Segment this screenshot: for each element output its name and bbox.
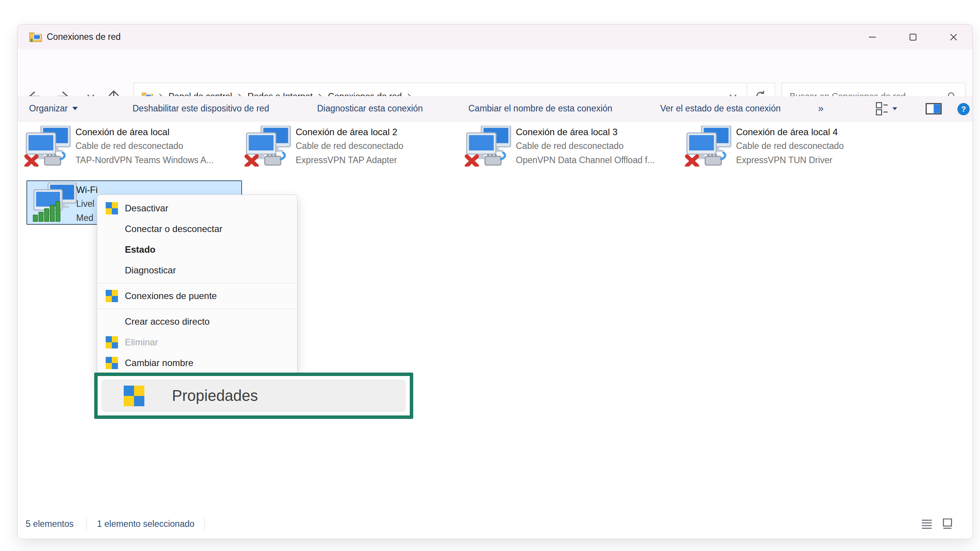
connection-status: Cable de red desconectado xyxy=(516,139,677,153)
wifi-signal-icon xyxy=(32,183,77,224)
menu-item-eliminar: Eliminar xyxy=(97,332,297,353)
minimize-button[interactable] xyxy=(858,25,887,49)
connection-status: Cable de red desconectado xyxy=(296,139,456,153)
connection-device: OpenVPN Data Channel Offload f... xyxy=(516,153,677,167)
connection-item-lan3[interactable]: Conexión de área local 3 Cable de red de… xyxy=(465,125,679,170)
menu-separator xyxy=(97,283,297,283)
network-folder-icon xyxy=(29,30,42,45)
preview-pane-button[interactable] xyxy=(925,101,942,118)
navigation-bar: Panel de control Redes e Internet Conexi… xyxy=(18,49,973,96)
menu-item-desactivar[interactable]: Desactivar xyxy=(97,198,297,219)
command-rename-connection[interactable]: Cambiar el nombre de esta conexión xyxy=(468,96,612,121)
organize-menu-button[interactable]: Organizar xyxy=(29,96,78,121)
more-commands-chevron[interactable]: » xyxy=(818,96,823,121)
menu-item-crear-acceso-directo[interactable]: Crear acceso directo xyxy=(97,311,297,332)
menu-item-conexiones-de-puente[interactable]: Conexiones de puente xyxy=(97,286,297,306)
help-button[interactable]: ? xyxy=(957,102,970,118)
menu-item-propiedades[interactable]: Propiedades xyxy=(101,379,406,412)
connection-item-lan1[interactable]: Conexión de área local Cable de red desc… xyxy=(24,125,239,170)
maximize-button[interactable] xyxy=(898,25,928,49)
status-bar: 5 elementos 1 elemento seleccionado xyxy=(18,515,973,532)
uac-shield-icon xyxy=(106,290,119,302)
connection-item-lan4[interactable]: Conexión de área local 4 Cable de red de… xyxy=(685,125,899,170)
details-view-toggle[interactable] xyxy=(921,518,933,529)
connection-device: ExpressVPN TUN Driver xyxy=(736,153,897,167)
svg-text:?: ? xyxy=(961,105,966,113)
caret-down-icon xyxy=(72,107,78,110)
change-view-button[interactable] xyxy=(875,101,900,118)
network-connections-window: Conexiones de red xyxy=(17,24,973,539)
menu-item-conectar-desconectar[interactable]: Conectar o desconectar xyxy=(97,219,297,239)
menu-item-cambiar-nombre[interactable]: Cambiar nombre xyxy=(97,353,297,373)
lan-disconnected-icon xyxy=(465,126,511,168)
selection-count: 1 elemento seleccionado xyxy=(97,519,194,529)
status-divider xyxy=(87,518,87,530)
organize-label: Organizar xyxy=(29,103,68,114)
connection-device: ExpressVPN TAP Adapter xyxy=(296,153,456,167)
window-title: Conexiones de red xyxy=(47,25,121,49)
connection-name: Conexión de área local 2 xyxy=(296,125,456,139)
connection-status: Cable de red desconectado xyxy=(736,139,897,153)
command-toolbar: Organizar Deshabilitar este dispositivo … xyxy=(18,96,973,121)
status-divider xyxy=(205,518,205,530)
menu-item-diagnosticar[interactable]: Diagnosticar xyxy=(97,260,297,281)
connection-name: Conexión de área local 3 xyxy=(516,125,677,139)
menu-separator xyxy=(97,309,297,309)
title-bar: Conexiones de red xyxy=(18,25,973,49)
connection-name: Conexión de área local 4 xyxy=(736,125,897,139)
propiedades-highlight-box: Propiedades xyxy=(94,373,413,419)
propiedades-label: Propiedades xyxy=(172,387,258,404)
lan-disconnected-icon xyxy=(685,126,731,168)
command-disable-device[interactable]: Deshabilitar este dispositivo de red xyxy=(133,96,269,121)
lan-disconnected-icon xyxy=(244,126,291,168)
uac-shield-icon xyxy=(124,386,144,406)
uac-shield-icon xyxy=(106,202,119,214)
context-menu: Desactivar Conectar o desconectar Estado… xyxy=(97,195,298,386)
item-count: 5 elementos xyxy=(26,519,74,529)
command-diagnose[interactable]: Diagnosticar esta conexión xyxy=(317,96,423,121)
uac-shield-icon xyxy=(106,336,119,348)
connection-status: Cable de red desconectado xyxy=(75,139,236,153)
large-icons-view-toggle[interactable] xyxy=(942,518,953,529)
connection-device: TAP-NordVPN Teams Windows A... xyxy=(75,153,236,167)
connection-name: Conexión de área local xyxy=(75,125,236,139)
close-button[interactable] xyxy=(939,25,968,49)
command-view-status[interactable]: Ver el estado de esta conexión xyxy=(660,96,781,121)
lan-disconnected-icon xyxy=(24,126,71,168)
menu-item-estado[interactable]: Estado xyxy=(97,239,297,260)
uac-shield-icon xyxy=(106,357,119,369)
connection-item-lan2[interactable]: Conexión de área local 2 Cable de red de… xyxy=(244,125,459,170)
